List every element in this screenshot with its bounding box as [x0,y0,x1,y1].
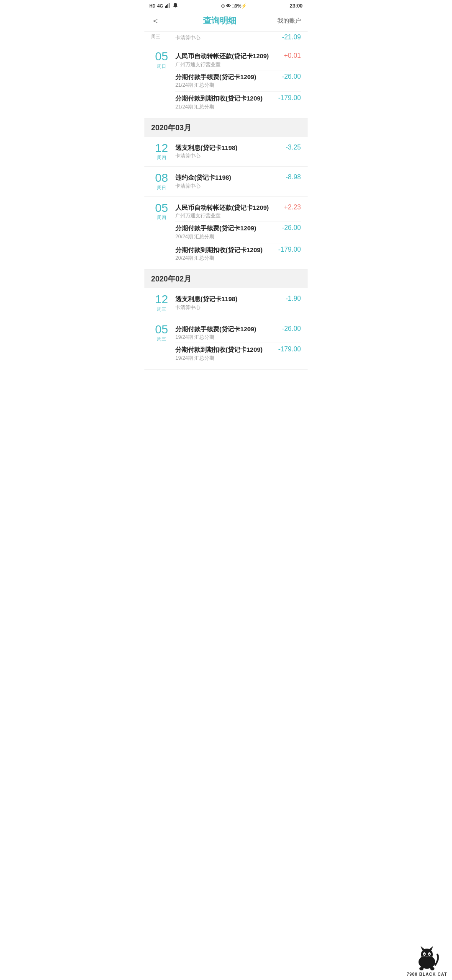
page-title: 查询明细 [168,15,272,26]
date-col-mar05: 05 周四 [151,202,172,221]
date-day-mar12: 12 [151,142,172,155]
transaction-name: 人民币自动转帐还款(贷记卡1209) [175,52,272,60]
transaction-name: 分期付款手续费(贷记卡1209) [175,325,272,333]
transaction-info: 分期付款到期扣收(贷记卡1209) 19/24期 汇总分期 [175,346,272,362]
transaction-amount: -8.98 [272,173,301,181]
transaction-sub: 20/24期 汇总分期 [175,233,272,240]
date-weekday-apr05: 周日 [151,63,172,70]
date-day-feb05: 05 [151,323,172,336]
transaction-sub: 卡清算中心 [175,152,272,160]
date-col-feb05: 05 周三 [151,323,172,343]
transaction-name: 人民币自动转帐还款(贷记卡1209) [175,204,272,212]
transaction-group-mar05: 05 周四 人民币自动转帐还款(贷记卡1209) 广州万通支行营业室 +2.23… [144,197,308,270]
transaction-info: 分期付款手续费(贷记卡1209) 21/24期 汇总分期 [175,73,272,89]
transaction-name: 透支利息(贷记卡1198) [175,144,272,152]
transaction-name: 分期付款到期扣收(贷记卡1209) [175,346,272,354]
transaction-sub: 20/24期 汇总分期 [175,255,272,262]
transaction-amount: +0.01 [272,52,301,59]
svg-rect-1 [166,5,167,8]
status-time: 23:00 [290,3,303,9]
transaction-info: 违约金(贷记卡1198) 卡清算中心 [175,173,272,190]
transactions-col-mar12: 透支利息(贷记卡1198) 卡清算中心 -3.25 [175,142,301,162]
transactions-col-mar08: 违约金(贷记卡1198) 卡清算中心 -8.98 [175,172,301,191]
transaction-info: 分期付款手续费(贷记卡1209) 19/24期 汇总分期 [175,325,272,341]
transactions-col-apr05: 人民币自动转帐还款(贷记卡1209) 广州万通支行营业室 +0.01 分期付款手… [175,50,301,113]
transaction-name: 透支利息(贷记卡1198) [175,295,272,303]
date-col-apr05: 05 周日 [151,50,172,70]
transactions-col-feb12: 透支利息(贷记卡1198) 卡清算中心 -1.90 [175,293,301,313]
date-weekday-mar12: 周四 [151,155,172,161]
date-day-mar05: 05 [151,202,172,215]
transaction-group-mar08: 08 周日 违约金(贷记卡1198) 卡清算中心 -8.98 [144,167,308,197]
list-item: 分期付款手续费(贷记卡1209) 20/24期 汇总分期 -26.00 [175,221,301,243]
transaction-info: 分期付款到期扣收(贷记卡1209) 21/24期 汇总分期 [175,94,272,111]
transaction-sub: 21/24期 汇总分期 [175,103,272,111]
transaction-sub: 19/24期 汇总分期 [175,355,272,362]
transaction-info: 人民币自动转帐还款(贷记卡1209) 广州万通支行营业室 [175,52,272,68]
partial-date: 周三 [151,34,172,40]
date-day-feb12: 12 [151,293,172,306]
eye-icon: 👁 [226,3,231,8]
transaction-info: 透支利息(贷记卡1198) 卡清算中心 [175,295,272,311]
svg-rect-2 [167,4,168,8]
transaction-group-feb05: 05 周三 分期付款手续费(贷记卡1209) 19/24期 汇总分期 -26.0… [144,318,308,370]
transaction-name: 违约金(贷记卡1198) [175,173,272,182]
transaction-name: 分期付款手续费(贷记卡1209) [175,224,272,232]
transaction-sub: 广州万通支行营业室 [175,212,272,219]
transaction-name: 分期付款手续费(贷记卡1209) [175,73,272,81]
transaction-name: 分期付款到期扣收(贷记卡1209) [175,94,272,103]
network-indicator: HD [149,4,155,8]
list-item: 分期付款到期扣收(贷记卡1209) 19/24期 汇总分期 -179.00 [175,343,301,364]
list-item: 分期付款到期扣收(贷记卡1209) 21/24期 汇总分期 -179.00 [175,91,301,113]
transactions-col-feb05: 分期付款手续费(贷记卡1209) 19/24期 汇总分期 -26.00 分期付款… [175,323,301,364]
transaction-amount: -3.25 [272,144,301,151]
transaction-sub: 19/24期 汇总分期 [175,334,272,341]
list-item: 分期付款手续费(贷记卡1209) 19/24期 汇总分期 -26.00 [175,323,301,343]
list-item: 分期付款到期扣收(贷记卡1209) 20/24期 汇总分期 -179.00 [175,243,301,265]
transaction-amount: -26.00 [272,73,301,80]
date-weekday-feb05: 周三 [151,336,172,342]
month-separator-2020-03: 2020年03月 [144,119,308,137]
date-weekday-mar05: 周四 [151,214,172,221]
bell-icon [172,3,178,9]
partial-weekday: 周三 [151,34,172,40]
date-weekday-mar08: 周日 [151,185,172,191]
list-item: 违约金(贷记卡1198) 卡清算中心 -8.98 [175,172,301,191]
partial-merchant: 卡清算中心 [175,34,272,41]
transaction-sub: 广州万通支行营业室 [175,61,272,68]
transaction-amount: -179.00 [272,346,301,353]
transaction-amount: -26.00 [272,325,301,333]
transaction-amount: -179.00 [272,246,301,253]
battery-icon: □3%⚡ [232,3,247,9]
account-link[interactable]: 我的账户 [272,17,301,25]
status-bar: HD 4G ⊙ 👁 □3%⚡ 23:00 [144,0,308,11]
month-separator-2020-02: 2020年02月 [144,270,308,288]
partial-amount: -21.09 [272,34,301,41]
transaction-info: 人民币自动转帐还款(贷记卡1209) 广州万通支行营业室 [175,204,272,220]
svg-rect-0 [165,6,166,8]
transaction-sub: 卡清算中心 [175,183,272,190]
date-day-mar08: 08 [151,172,172,185]
partial-info: 卡清算中心 [175,34,272,41]
transaction-sub: 21/24期 汇总分期 [175,82,272,89]
back-button[interactable]: ＜ [151,15,168,26]
status-icons: ⊙ 👁 □3%⚡ [221,3,247,9]
date-weekday-feb12: 周三 [151,306,172,312]
signal-icon: 4G [157,3,163,8]
wifi-icon [165,3,171,9]
transaction-info: 分期付款到期扣收(贷记卡1209) 20/24期 汇总分期 [175,246,272,262]
date-day-apr05: 05 [151,50,172,63]
transactions-col-mar05: 人民币自动转帐还款(贷记卡1209) 广州万通支行营业室 +2.23 分期付款手… [175,202,301,265]
transaction-amount: +2.23 [272,204,301,211]
svg-rect-3 [169,3,170,8]
date-col-mar08: 08 周日 [151,172,172,191]
list-item: 人民币自动转帐还款(贷记卡1209) 广州万通支行营业室 +2.23 [175,202,301,222]
partial-top-entry: 周三 卡清算中心 -21.09 [144,32,308,45]
transaction-info: 分期付款手续费(贷记卡1209) 20/24期 汇总分期 [175,224,272,240]
transaction-name: 分期付款到期扣收(贷记卡1209) [175,246,272,254]
list-item: 人民币自动转帐还款(贷记卡1209) 广州万通支行营业室 +0.01 [175,50,301,70]
transaction-group-feb12: 12 周三 透支利息(贷记卡1198) 卡清算中心 -1.90 [144,288,308,318]
header: ＜ 查询明细 我的账户 [144,11,308,32]
transaction-group-mar12: 12 周四 透支利息(贷记卡1198) 卡清算中心 -3.25 [144,137,308,167]
date-col-mar12: 12 周四 [151,142,172,161]
